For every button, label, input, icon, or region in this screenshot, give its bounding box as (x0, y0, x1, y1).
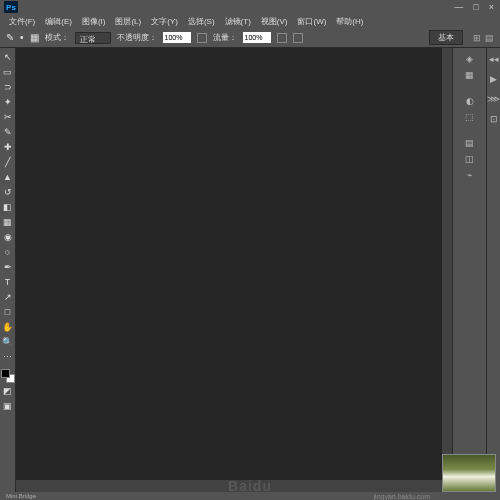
menu-view[interactable]: 视图(V) (256, 16, 293, 27)
styles-panel-icon[interactable]: ⬚ (463, 110, 477, 124)
quickmask-icon[interactable]: ◩ (1, 384, 15, 398)
menu-select[interactable]: 选择(S) (183, 16, 220, 27)
zoom-tool[interactable]: 🔍 (1, 335, 15, 349)
menu-file[interactable]: 文件(F) (4, 16, 40, 27)
layers-panel-icon[interactable]: ▤ (463, 136, 477, 150)
mode-dropdown[interactable]: 正常 (75, 32, 111, 44)
search-icon[interactable]: ⊞ (473, 33, 481, 43)
options-bar: ✎ • ▦ 模式： 正常 不透明度： 流量： 基本 ⊞ ▤ (0, 28, 500, 48)
brush-preset-icon[interactable]: • (20, 32, 24, 43)
opacity-pressure-icon[interactable] (197, 33, 207, 43)
watermark-url: jingyan.baidu.com (374, 493, 430, 500)
menu-edit[interactable]: 编辑(E) (40, 16, 77, 27)
menu-window[interactable]: 窗口(W) (292, 16, 331, 27)
mode-label: 模式： (45, 32, 69, 43)
screenmode-icon[interactable]: ▣ (1, 399, 15, 413)
thumbnail-overlay (442, 454, 496, 492)
wand-tool[interactable]: ✦ (1, 95, 15, 109)
gradient-tool[interactable]: ▦ (1, 215, 15, 229)
heal-tool[interactable]: ✚ (1, 140, 15, 154)
crop-tool[interactable]: ✂ (1, 110, 15, 124)
shape-tool[interactable]: □ (1, 305, 15, 319)
menu-filter[interactable]: 滤镜(T) (220, 16, 256, 27)
type-tool[interactable]: T (1, 275, 15, 289)
brush-tool[interactable]: ╱ (1, 155, 15, 169)
blur-tool[interactable]: ◉ (1, 230, 15, 244)
workspace-switcher[interactable]: 基本 (429, 30, 463, 45)
color-swatches[interactable] (1, 369, 15, 383)
menu-layer[interactable]: 图层(L) (110, 16, 146, 27)
airbrush-icon[interactable] (277, 33, 287, 43)
actions-panel-icon[interactable]: ⋙ (487, 92, 501, 106)
stamp-tool[interactable]: ▲ (1, 170, 15, 184)
size-pressure-icon[interactable] (293, 33, 303, 43)
menubar: 文件(F) 编辑(E) 图像(I) 图层(L) 文字(Y) 选择(S) 滤镜(T… (0, 14, 500, 28)
mini-bridge-tab[interactable]: Mini Bridge (6, 493, 36, 499)
edit-toolbar-icon[interactable]: ⋯ (1, 350, 15, 364)
lasso-tool[interactable]: ⊃ (1, 80, 15, 94)
flow-label: 流量： (213, 32, 237, 43)
move-tool[interactable]: ↖ (1, 50, 15, 64)
eyedropper-tool[interactable]: ✎ (1, 125, 15, 139)
marquee-tool[interactable]: ▭ (1, 65, 15, 79)
close-button[interactable]: × (487, 2, 496, 12)
pen-tool[interactable]: ✒ (1, 260, 15, 274)
brush-tool-icon[interactable]: ✎ (6, 32, 14, 43)
path-tool[interactable]: ↗ (1, 290, 15, 304)
channels-panel-icon[interactable]: ◫ (463, 152, 477, 166)
menu-image[interactable]: 图像(I) (77, 16, 111, 27)
history-panel-icon[interactable]: ▶ (487, 72, 501, 86)
expand-panels-icon[interactable]: ◂◂ (487, 52, 501, 66)
canvas[interactable] (16, 48, 452, 492)
brush-panel-icon[interactable]: ▦ (30, 32, 39, 43)
adjustments-panel-icon[interactable]: ◐ (458, 94, 482, 108)
app-logo: Ps (4, 1, 18, 13)
opacity-input[interactable] (163, 32, 191, 43)
toolbox: ↖ ▭ ⊃ ✦ ✂ ✎ ✚ ╱ ▲ ↺ ◧ ▦ ◉ ○ ✒ T ↗ □ ✋ 🔍 … (0, 48, 16, 492)
foreground-color[interactable] (1, 369, 10, 378)
right-panel-dock: ◈ ▦ ◐ ⬚ ▤ ◫ ⌁ (452, 48, 486, 492)
properties-panel-icon[interactable]: ⊡ (487, 112, 501, 126)
minimize-button[interactable]: — (452, 2, 465, 12)
vertical-scrollbar[interactable] (442, 48, 452, 480)
dodge-tool[interactable]: ○ (1, 245, 15, 259)
paths-panel-icon[interactable]: ⌁ (463, 168, 477, 182)
eraser-tool[interactable]: ◧ (1, 200, 15, 214)
menu-type[interactable]: 文字(Y) (146, 16, 183, 27)
opacity-label: 不透明度： (117, 32, 157, 43)
menu-help[interactable]: 帮助(H) (331, 16, 368, 27)
swatches-panel-icon[interactable]: ▦ (463, 68, 477, 82)
right-strip: ◂◂ ▶ ⋙ ⊡ (486, 48, 500, 492)
cloud-icon[interactable]: ▤ (485, 33, 494, 43)
maximize-button[interactable]: □ (471, 2, 480, 12)
history-brush-tool[interactable]: ↺ (1, 185, 15, 199)
color-panel-icon[interactable]: ◈ (463, 52, 477, 66)
flow-input[interactable] (243, 32, 271, 43)
hand-tool[interactable]: ✋ (1, 320, 15, 334)
watermark-logo: Baidu (228, 478, 272, 494)
